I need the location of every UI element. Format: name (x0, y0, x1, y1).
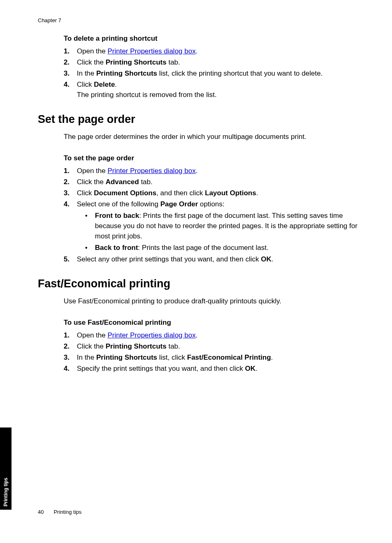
text: : Prints the last page of the document l… (138, 244, 269, 252)
step-2: Click the Printing Shortcuts tab. (64, 57, 358, 67)
bold-text: Printing Shortcuts (96, 354, 157, 361)
link-printer-properties[interactable]: Printer Properties dialog box (108, 167, 196, 175)
bold-text: Advanced (106, 178, 139, 186)
step-3: Click Document Options, and then click L… (64, 188, 358, 198)
heading-fast-economical: Fast/Economical printing (38, 277, 358, 290)
text: . (256, 189, 258, 197)
text: In the (77, 69, 96, 77)
text: list, click the printing shortcut that y… (157, 69, 323, 77)
bullet-front-to-back: Front to back: Prints the first page of … (85, 210, 358, 241)
bold-text: Document Options (94, 189, 157, 197)
page: Chapter 7 To delete a printing shortcut … (0, 0, 392, 543)
text: Open the (77, 167, 108, 175)
bold-text: Delete (94, 81, 115, 88)
text: Open the (77, 47, 108, 55)
bold-text: Printing Shortcuts (106, 342, 166, 350)
step-4: Specify the print settings that you want… (64, 363, 358, 374)
bold-text: OK (261, 255, 272, 263)
bold-text: Back to front (95, 244, 138, 252)
step-2: Click the Printing Shortcuts tab. (64, 341, 358, 351)
step-5: Select any other print settings that you… (64, 254, 358, 264)
text: Click (77, 81, 94, 88)
step-3: In the Printing Shortcuts list, click Fa… (64, 352, 358, 363)
step-3: In the Printing Shortcuts list, click th… (64, 68, 358, 79)
footer: 40 Printing tips (38, 509, 82, 515)
heading-delete-shortcut: To delete a printing shortcut (64, 35, 358, 43)
text: tab. (139, 178, 152, 186)
text: Select any other print settings that you… (77, 255, 261, 263)
text: . (271, 255, 273, 263)
text: Specify the print settings that you want… (77, 365, 245, 372)
text: . (196, 331, 198, 339)
steps-delete-shortcut: Open the Printer Properties dialog box. … (64, 46, 358, 100)
bold-text: OK (245, 365, 256, 372)
link-printer-properties[interactable]: Printer Properties dialog box (108, 331, 196, 339)
main-content: To delete a printing shortcut Open the P… (38, 34, 358, 374)
text: Click the (77, 58, 106, 66)
bold-text: Page Order (160, 200, 198, 208)
step-4: Select one of the following Page Order o… (64, 199, 358, 253)
text: tab. (166, 58, 180, 66)
text: , and then click (157, 189, 205, 197)
text: . (115, 81, 117, 88)
text: . (256, 365, 258, 372)
text: Click the (77, 342, 106, 350)
text: In the (77, 354, 96, 361)
text: . (271, 354, 273, 361)
text: Open the (77, 331, 108, 339)
steps-fast-economical: Open the Printer Properties dialog box. … (64, 330, 358, 374)
bold-text: Printing Shortcuts (96, 69, 157, 77)
text: tab. (166, 342, 180, 350)
bold-text: Fast/Economical Printing (187, 354, 271, 361)
text: Click (77, 189, 94, 197)
bold-text: Printing Shortcuts (106, 58, 166, 66)
step-1: Open the Printer Properties dialog box. (64, 166, 358, 176)
text: Select one of the following (77, 200, 160, 208)
page-number: 40 (38, 509, 52, 515)
link-printer-properties[interactable]: Printer Properties dialog box (108, 47, 196, 55)
step-note: The printing shortcut is removed from th… (77, 90, 358, 100)
subheading-fast-economical: To use Fast/Economical printing (64, 319, 358, 327)
side-tab: Printing tips (0, 427, 12, 510)
steps-set-page-order: Open the Printer Properties dialog box. … (64, 166, 358, 264)
step-1: Open the Printer Properties dialog box. (64, 46, 358, 56)
subheading-set-page-order: To set the page order (64, 154, 358, 162)
footer-title: Printing tips (54, 509, 82, 515)
text: options: (198, 200, 224, 208)
text: Click the (77, 178, 106, 186)
intro-text: Use Fast/Economical printing to produce … (64, 296, 358, 306)
intro-text: The page order determines the order in w… (64, 132, 358, 142)
side-tab-label: Printing tips (3, 478, 9, 506)
step-4: Click Delete. The printing shortcut is r… (64, 79, 358, 100)
heading-set-page-order: Set the page order (38, 113, 358, 126)
step-1: Open the Printer Properties dialog box. (64, 330, 358, 340)
bold-text: Front to back (95, 212, 139, 220)
text: . (196, 47, 198, 55)
chapter-header: Chapter 7 (38, 17, 61, 23)
bold-text: Layout Options (205, 189, 256, 197)
bullet-back-to-front: Back to front: Prints the last page of t… (85, 243, 358, 253)
page-order-options: Front to back: Prints the first page of … (85, 210, 358, 253)
step-2: Click the Advanced tab. (64, 177, 358, 187)
text: . (196, 167, 198, 175)
text: list, click (157, 354, 187, 361)
